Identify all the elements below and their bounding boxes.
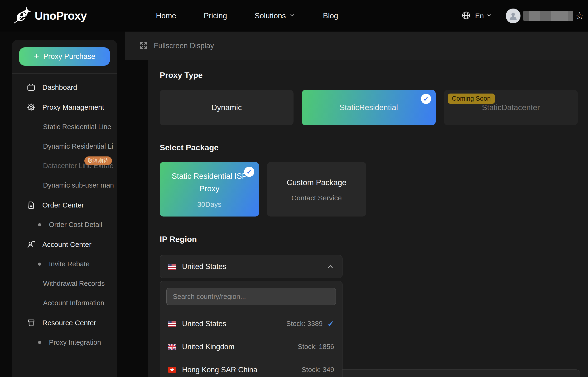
hk-flag-icon xyxy=(168,367,176,373)
bullet-icon xyxy=(38,341,41,344)
region-dropdown-panel: United States Stock: 3389 ✓ United xyxy=(160,281,342,377)
nav-link-solutions-label: Solutions xyxy=(255,12,286,20)
region-option-hong-kong[interactable]: Hong Kong SAR China Stock: 349 xyxy=(160,358,342,377)
package-custom[interactable]: Custom Package Contact Service xyxy=(267,162,366,216)
chevron-down-icon xyxy=(289,12,295,20)
nav-link-pricing[interactable]: Pricing xyxy=(204,12,227,20)
person-icon xyxy=(27,240,36,249)
region-search-wrap xyxy=(160,281,342,312)
bullet-icon xyxy=(38,263,41,266)
archive-icon xyxy=(27,318,36,327)
nav-link-solutions[interactable]: Solutions xyxy=(255,12,295,20)
sidebar-item-label: Order Center xyxy=(42,201,84,209)
sidebar-item-dynamic-subuser[interactable]: Dynamic sub-user man xyxy=(12,180,117,190)
gear-icon xyxy=(27,103,36,112)
region-select[interactable]: United States xyxy=(160,255,342,278)
region-option-name: United States xyxy=(182,319,226,328)
nav-link-home[interactable]: Home xyxy=(156,12,176,20)
language-selector[interactable]: En xyxy=(475,12,484,20)
proxy-purchase-button[interactable]: + Proxy Purchase xyxy=(19,47,110,66)
redacted-username xyxy=(523,11,573,21)
region-option-meta: Stock: 3389 ✓ xyxy=(286,320,334,328)
package-static-residential-isp[interactable]: Static Residential ISP Proxy 30Days ✓ xyxy=(160,162,259,216)
sidebar-item-order-cost-detail[interactable]: Order Cost Detail xyxy=(12,219,117,230)
fullscreen-toolbar[interactable]: Fullscreen Display xyxy=(125,32,588,60)
proxy-type-options: Dynamic StaticResidential ✓ Coming Soon … xyxy=(160,90,588,125)
proxy-purchase-label: Proxy Purchase xyxy=(43,52,95,61)
region-option-meta: Stock: 349 xyxy=(302,366,334,374)
package-title: Static Residential ISP Proxy xyxy=(169,170,250,195)
top-navbar: e UnoProxy Home Pricing Solutions Blog xyxy=(0,0,588,32)
sidebar-item-label: Dynamic Residential Li xyxy=(43,142,113,150)
select-package-heading: Select Package xyxy=(160,143,588,152)
sidebar-item-label: Invite Rebate xyxy=(49,260,90,268)
fullscreen-icon xyxy=(139,41,148,51)
sidebar-item-label: Account Information xyxy=(43,299,104,307)
dashboard-icon xyxy=(27,83,36,92)
sidebar-item-static-residential-line[interactable]: Static Residential Line xyxy=(12,122,117,132)
ip-region-heading: IP Region xyxy=(160,235,588,244)
sidebar-item-invite-rebate[interactable]: Invite Rebate xyxy=(12,259,117,269)
package-options: Static Residential ISP Proxy 30Days ✓ Cu… xyxy=(160,162,588,216)
star-icon[interactable]: ☆ xyxy=(575,11,584,21)
region-option-united-states[interactable]: United States Stock: 3389 ✓ xyxy=(160,312,342,335)
package-subtitle: 30Days xyxy=(197,200,222,208)
region-option-name: Hong Kong SAR China xyxy=(182,365,257,374)
navbar-right: En ☆ xyxy=(461,0,584,32)
sidebar-item-label: Withdrawal Records xyxy=(43,280,105,287)
region-option-united-kingdom[interactable]: United Kingdom Stock: 1856 xyxy=(160,335,342,358)
sidebar-menu: Dashboard Proxy Management Static Reside… xyxy=(12,74,117,357)
selected-check-icon: ✓ xyxy=(421,94,431,104)
region-option-stock: Stock: 349 xyxy=(302,366,334,374)
region-selected-value: United States xyxy=(182,262,226,271)
nav-link-blog[interactable]: Blog xyxy=(323,12,338,20)
proxy-type-label: StaticResidential xyxy=(340,103,398,112)
logo-icon: e xyxy=(12,5,32,26)
brand-name: UnoProxy xyxy=(35,9,87,22)
coming-soon-cn-badge: 敬请期待 xyxy=(84,156,112,165)
brand-logo[interactable]: e UnoProxy xyxy=(12,0,87,32)
sidebar-item-datacenter-line[interactable]: 敬请期待 Datacenter Line Extrac xyxy=(12,161,117,171)
region-option-stock: Stock: 3389 xyxy=(286,320,323,328)
us-flag-icon xyxy=(168,264,176,270)
globe-icon[interactable] xyxy=(461,11,471,21)
region-search-input[interactable] xyxy=(166,288,336,305)
main-content: Proxy Type Dynamic StaticResidential ✓ C… xyxy=(148,60,588,377)
proxy-type-label: StaticDatacenter xyxy=(482,103,540,112)
coming-soon-badge: Coming Soon xyxy=(448,94,495,104)
proxy-type-static-residential[interactable]: StaticResidential ✓ xyxy=(302,90,436,125)
plus-icon: + xyxy=(34,51,39,61)
chevron-down-icon[interactable] xyxy=(486,12,492,19)
sidebar-item-resource-center[interactable]: Resource Center xyxy=(12,317,117,329)
sidebar-item-order-center[interactable]: Order Center xyxy=(12,200,117,211)
sidebar-item-label: Proxy Management xyxy=(42,103,104,111)
sidebar-item-account-center[interactable]: Account Center xyxy=(12,239,117,250)
region-option-meta: Stock: 1856 xyxy=(298,343,334,351)
region-option-name: United Kingdom xyxy=(182,342,235,351)
proxy-type-label: Dynamic xyxy=(211,103,242,112)
sidebar-item-proxy-management[interactable]: Proxy Management xyxy=(12,102,117,113)
sidebar-item-label: Dynamic sub-user man xyxy=(43,181,114,189)
sidebar-item-dynamic-residential-line[interactable]: Dynamic Residential Li xyxy=(12,141,117,152)
sidebar-item-withdrawal-records[interactable]: Withdrawal Records xyxy=(12,278,117,289)
sidebar-item-dashboard[interactable]: Dashboard xyxy=(12,82,117,93)
sidebar-item-label: Dashboard xyxy=(42,83,77,91)
sidebar-item-account-information[interactable]: Account Information xyxy=(12,298,117,308)
sidebar-item-label: Resource Center xyxy=(42,319,96,327)
fullscreen-label: Fullscreen Display xyxy=(154,42,214,50)
sidebar-item-label: Order Cost Detail xyxy=(49,221,102,229)
selected-check-icon: ✓ xyxy=(327,320,334,328)
sidebar-item-label: Static Residential Line xyxy=(43,123,111,131)
proxy-type-dynamic[interactable]: Dynamic xyxy=(160,90,294,125)
document-icon xyxy=(27,200,36,210)
avatar[interactable] xyxy=(506,9,521,23)
app-window: e UnoProxy Home Pricing Solutions Blog xyxy=(0,0,588,377)
proxy-type-heading: Proxy Type xyxy=(160,71,588,80)
gb-flag-icon xyxy=(168,344,176,350)
sidebar: + Proxy Purchase Dashboard xyxy=(12,40,117,377)
package-title: Custom Package xyxy=(276,177,358,189)
sidebar-item-proxy-integration[interactable]: Proxy Integration xyxy=(12,337,117,348)
proxy-type-static-datacenter: Coming Soon StaticDatacenter xyxy=(444,90,578,125)
sidebar-item-label: Account Center xyxy=(42,240,91,248)
package-subtitle: Contact Service xyxy=(291,194,342,202)
